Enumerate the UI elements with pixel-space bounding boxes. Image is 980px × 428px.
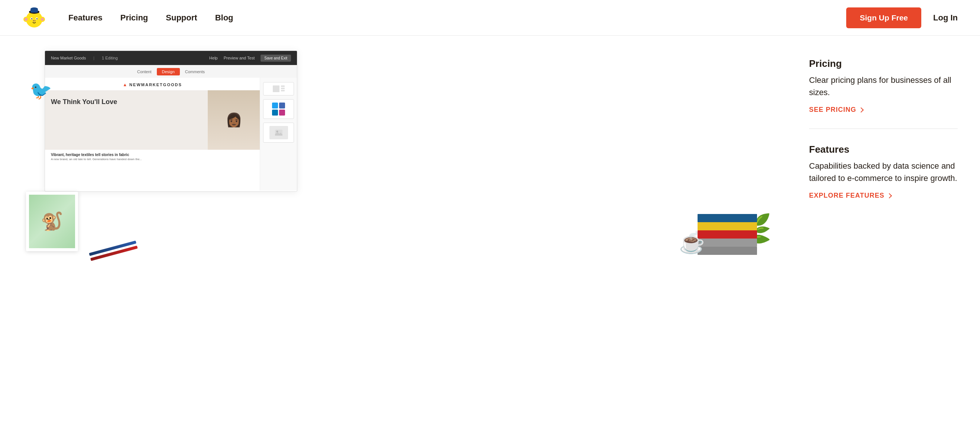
nav-blog[interactable]: Blog xyxy=(215,13,233,23)
svg-point-3 xyxy=(30,8,38,10)
email-content-text: A new brand, an old tale to tell. Genera… xyxy=(51,158,254,161)
email-hero-image: 👩🏾 xyxy=(208,90,260,150)
explore-features-label: EXPLORE FEATURES xyxy=(809,192,885,199)
svg-point-13 xyxy=(24,18,27,21)
features-chevron-icon xyxy=(887,193,892,198)
hero-image-container: New Market Goods | 1 Editing Help Previe… xyxy=(22,51,787,259)
book-red xyxy=(698,230,757,239)
frame-monkey-art: 🐒 xyxy=(41,211,63,232)
email-hero-left: We Think You'll Love xyxy=(45,90,208,150)
instagram-icon xyxy=(279,110,285,116)
book-blue xyxy=(698,214,757,222)
pricing-description: Clear pricing plans for businesses of al… xyxy=(809,74,958,99)
explore-features-link[interactable]: EXPLORE FEATURES xyxy=(809,192,958,199)
email-hero-title: We Think You'll Love xyxy=(51,98,202,106)
decorative-frame: 🐒 xyxy=(26,192,78,251)
main-content: New Market Goods | 1 Editing Help Previe… xyxy=(0,36,980,428)
editor-mock: New Market Goods | 1 Editing Help Previe… xyxy=(45,51,297,192)
nav-features[interactable]: Features xyxy=(68,13,103,23)
decorative-pencils xyxy=(89,241,137,261)
sidebar-block-text[interactable] xyxy=(263,82,294,95)
editor-editing: 1 Editing xyxy=(102,56,118,60)
right-panel: Pricing Clear pricing plans for business… xyxy=(809,51,958,214)
section-divider xyxy=(809,129,958,129)
email-content-section: Vibrant, heritage textiles tell stories … xyxy=(45,150,260,164)
editor-body: ▲ NEWMARKETGOODS We Think You'll Love 👩 xyxy=(45,78,297,191)
nav-pricing[interactable]: Pricing xyxy=(121,13,148,23)
tab-design[interactable]: Design xyxy=(157,68,180,75)
logo-area xyxy=(22,6,46,30)
editor-save[interactable]: Save and Exit xyxy=(261,55,291,62)
sidebar-block-image[interactable] xyxy=(263,123,294,143)
login-link[interactable]: Log In xyxy=(933,13,958,23)
pricing-section: Pricing Clear pricing plans for business… xyxy=(809,58,958,114)
tab-comments[interactable]: Comments xyxy=(180,68,210,75)
editor-help[interactable]: Help xyxy=(209,56,218,60)
decorative-cup: ☕ xyxy=(679,230,705,255)
editor-title: New Market Goods xyxy=(51,56,86,60)
brand-header: ▲ NEWMARKETGOODS xyxy=(45,78,260,90)
svg-point-10 xyxy=(35,21,35,21)
features-heading: Features xyxy=(809,144,958,155)
editor-canvas: ▲ NEWMARKETGOODS We Think You'll Love 👩 xyxy=(45,78,260,191)
signup-button[interactable]: Sign Up Free xyxy=(846,8,921,28)
pricing-heading: Pricing xyxy=(809,58,958,70)
editor-topbar: New Market Goods | 1 Editing Help Previe… xyxy=(45,51,297,65)
see-pricing-label: SEE PRICING xyxy=(809,106,856,114)
brand-name: NEWMARKETGOODS xyxy=(129,83,182,87)
mailchimp-logo xyxy=(22,6,46,30)
twitter-icon xyxy=(272,103,278,108)
pricing-chevron-icon xyxy=(859,107,864,112)
svg-point-6 xyxy=(31,18,32,19)
book-yellow xyxy=(698,222,757,230)
facebook-icon xyxy=(279,103,285,108)
svg-point-14 xyxy=(41,18,44,21)
header-actions: Sign Up Free Log In xyxy=(846,8,958,28)
editor-tabs: Content Design Comments xyxy=(45,65,297,78)
svg-point-9 xyxy=(33,21,34,21)
editor-topbar-right: Help Preview and Test Save and Exit xyxy=(209,55,291,62)
features-section: Features Capabilities backed by data sci… xyxy=(809,144,958,199)
see-pricing-link[interactable]: SEE PRICING xyxy=(809,106,958,114)
svg-point-16 xyxy=(276,131,278,133)
editor-sidebar xyxy=(260,78,297,191)
header: Features Pricing Support Blog Sign Up Fr… xyxy=(0,0,980,36)
main-nav: Features Pricing Support Blog xyxy=(68,13,846,23)
book-gray2 xyxy=(698,239,757,247)
image-block-icon xyxy=(269,126,288,139)
email-content-title: Vibrant, heritage textiles tell stories … xyxy=(51,153,254,157)
editor-sep: | xyxy=(93,56,94,60)
linkedin-icon xyxy=(272,110,278,116)
decorative-books xyxy=(698,214,757,255)
sidebar-block-social[interactable] xyxy=(263,99,294,119)
editor-preview[interactable]: Preview and Test xyxy=(224,56,255,60)
features-description: Capabilities backed by data science and … xyxy=(809,160,958,184)
svg-point-7 xyxy=(37,18,38,19)
nav-support[interactable]: Support xyxy=(166,13,197,23)
book-gray xyxy=(698,247,757,255)
tab-content[interactable]: Content xyxy=(132,68,157,75)
email-hero-section: We Think You'll Love 👩🏾 xyxy=(45,90,260,150)
frame-inner: 🐒 xyxy=(29,195,75,248)
decorative-bird: 🐦 xyxy=(30,80,52,101)
